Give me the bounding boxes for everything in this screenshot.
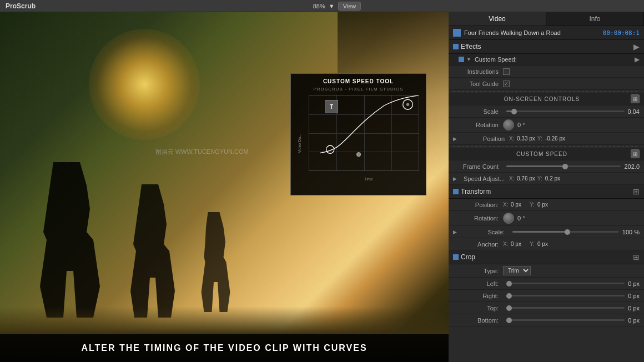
crop-bottom-slider[interactable] (506, 319, 625, 321)
crop-top-value: 0 px (628, 305, 640, 311)
crop-right-slider[interactable] (506, 295, 625, 296)
crop-title: Crop (461, 253, 475, 261)
speed-adjust-row: ▶ Speed Adjust... X: 0.76 px Y: 0.2 px (449, 173, 644, 185)
tool-guide-label: Tool Guide (453, 81, 503, 87)
transform-icon (453, 189, 459, 194)
scale-row: Scale 0.04 (449, 105, 644, 118)
speed-tool-overlay: CUSTOM SPEED TOOL PROSCRUB - PIXEL FILM … (290, 73, 426, 195)
speed-adjust-expand[interactable]: ▶ (453, 176, 457, 182)
custom-speed-section-label: CUSTOM SPEED (453, 151, 631, 157)
zoom-controls: 88% ▼ View (313, 2, 361, 11)
crop-left-slider[interactable] (506, 283, 625, 284)
transform-scale-expand[interactable]: ▶ (453, 229, 457, 235)
transform-title: Transform (461, 188, 491, 195)
subtitle-bar: ALTER THE TIMING OF THE VIDEO CLIP WITH … (0, 334, 449, 362)
pos-y-label: Y: (537, 135, 543, 142)
frame-count-slider[interactable] (506, 165, 621, 167)
position-expand[interactable]: ▶ (453, 136, 457, 142)
t-pos-y-value: 0 px (537, 202, 554, 208)
scale-thumb[interactable] (511, 109, 517, 114)
speed-adjust-xy: X: 0.76 px Y: 0.2 px (509, 175, 640, 182)
custom-speed-section-btn[interactable]: ⊞ (631, 149, 640, 158)
view-button[interactable]: View (338, 2, 361, 11)
crop-right-value: 0 px (628, 293, 640, 299)
top-bar: ProScrub 88% ▼ View (0, 0, 644, 12)
pos-x-label: X: (509, 135, 515, 142)
crop-top-thumb[interactable] (506, 305, 512, 311)
rotation-knob[interactable] (503, 119, 514, 130)
crop-bottom-value: 0 px (628, 317, 640, 324)
crop-type-row: Type: Trim (449, 264, 644, 278)
crop-top-slider[interactable] (506, 307, 625, 309)
transform-position-xy: X: 0 px Y: 0 px (503, 202, 640, 208)
main-content: 图层云 WWW.TUCENGYUN.COM CUSTOM SPEED TOOL … (0, 12, 644, 362)
zoom-dropdown-icon[interactable]: ▼ (329, 3, 335, 9)
tab-info[interactable]: Info (546, 12, 644, 26)
svg-point-3 (356, 153, 360, 157)
frame-count-thumb[interactable] (562, 164, 568, 169)
crop-bottom-thumb[interactable] (506, 318, 512, 323)
transform-scale-slider[interactable] (512, 231, 619, 233)
on-screen-btn[interactable]: ⊞ (631, 94, 640, 103)
custom-speed-expand: ▼ (466, 57, 471, 62)
crop-type-select[interactable]: Trim (503, 266, 531, 275)
video-area: 图层云 WWW.TUCENGYUN.COM CUSTOM SPEED TOOL … (0, 12, 449, 362)
speed-tool-chart: T (298, 95, 419, 181)
effects-expand-btn[interactable]: ▶ (633, 42, 640, 51)
speed-x-value: 0.76 px (517, 175, 535, 182)
custom-speed-header: ▼ Custom Speed: ▶ (449, 54, 644, 66)
t-anc-y-value: 0 px (537, 241, 554, 247)
custom-speed-more[interactable]: ▶ (635, 56, 640, 63)
position-row: ▶ Position X: 0.33 px Y: -0.26 px (449, 133, 644, 145)
pos-x-value: 0.33 px (517, 135, 535, 142)
transform-anchor-row: Anchor: X: 0 px Y: 0 px (449, 238, 644, 250)
y-axis-label: Video Du... (298, 134, 301, 153)
tab-video[interactable]: Video (449, 12, 546, 26)
position-xy: X: 0.33 px Y: -0.26 px (509, 135, 640, 142)
scale-slider[interactable] (506, 110, 625, 112)
t-pos-x-label: X: (503, 202, 509, 208)
crop-icon (453, 254, 459, 260)
frame-count-label: Frame Count (453, 163, 503, 170)
instructions-label: Instructions (453, 68, 503, 75)
crop-right-thumb[interactable] (506, 293, 512, 299)
t-pos-x-value: 0 px (511, 202, 527, 208)
crop-left-row: Left: 0 px (449, 278, 644, 290)
crop-expand-btn[interactable]: ⊞ (633, 253, 640, 262)
transform-position-row: Position: X: 0 px Y: 0 px (449, 199, 644, 211)
pos-y-value: -0.26 px (545, 135, 565, 142)
crop-top-row: Top: 0 px (449, 302, 644, 314)
transform-anchor-xy: X: 0 px Y: 0 px (503, 241, 640, 247)
crop-right-row: Right: 0 px (449, 290, 644, 302)
video-panel: 图层云 WWW.TUCENGYUN.COM CUSTOM SPEED TOOL … (0, 12, 449, 362)
transform-expand-btn[interactable]: ⊞ (633, 187, 640, 196)
subtitle-text: ALTER THE TIMING OF THE VIDEO CLIP WITH … (81, 343, 367, 353)
transform-scale-label: Scale: (459, 229, 509, 235)
instructions-checkbox[interactable] (503, 68, 510, 75)
frame-count-row: Frame Count 202.0 (449, 160, 644, 173)
divider-2 (453, 146, 640, 147)
scale-value: 0.04 (628, 108, 640, 115)
transform-scale-thumb[interactable] (565, 229, 570, 235)
transform-scale-row: ▶ Scale: 100 % (449, 226, 644, 238)
speed-tool-title: CUSTOM SPEED TOOL (291, 74, 426, 87)
clip-icon (453, 29, 461, 37)
right-panel[interactable]: Video Info Four Friends Walking Down a R… (449, 12, 644, 362)
on-screen-controls-row: ON-SCREEN CONTROLS ⊞ (449, 93, 644, 105)
effects-section-header: Effects ▶ (449, 40, 644, 54)
instructions-row: Instructions (449, 66, 644, 78)
crop-bottom-row: Bottom: 0 px (449, 314, 644, 326)
transform-rotation-row: Rotation: 0 ° (449, 211, 644, 226)
on-screen-label: ON-SCREEN CONTROLS (453, 96, 631, 102)
rotation-value: 0 ° (517, 122, 525, 128)
figure-right (122, 184, 178, 318)
crop-right-label: Right: (453, 293, 503, 299)
t-anc-y-label: Y: (530, 241, 535, 247)
custom-speed-title: Custom Speed: (475, 56, 517, 63)
transform-section-header: Transform ⊞ (449, 185, 644, 199)
crop-left-thumb[interactable] (506, 281, 512, 286)
figure-small (194, 212, 233, 312)
speed-x-label: X: (509, 175, 515, 182)
tool-guide-checkbox[interactable]: ✓ (503, 81, 510, 87)
transform-rotation-knob[interactable] (503, 213, 514, 224)
